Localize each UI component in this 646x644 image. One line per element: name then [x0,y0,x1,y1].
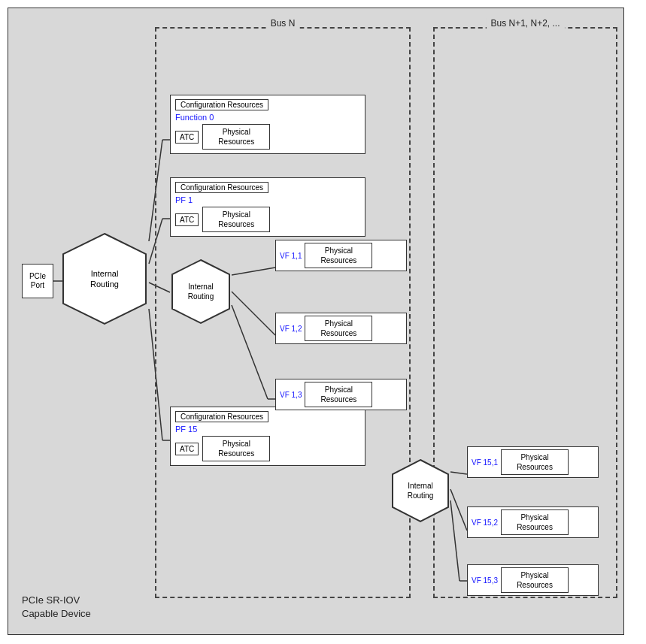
function-0-box: Configuration Resources Function 0 ATC P… [170,95,365,154]
bus-n1-label: Bus N+1, N+2, ... [486,18,564,29]
vf-1-1-label: VF 1,1 [280,252,302,260]
hex-mid-container: Internal Routing [170,258,232,325]
pf1-atc: ATC [175,213,199,226]
pf1-config-label: Configuration Resources [175,182,268,193]
func0-phys: PhysicalResources [202,124,270,150]
pf15-inner: ATC PhysicalResources [175,436,361,461]
pf1-box: Configuration Resources PF 1 ATC Physica… [170,177,365,237]
vf-15-3-label: VF 15,3 [472,576,498,585]
device-label: PCIe SR-IOV Capable Device [22,594,91,621]
vf-1-2-box: VF 1,2 PhysicalResources [275,313,407,344]
vf-15-2-phys: PhysicalResources [501,509,569,535]
pf1-inner: ATC PhysicalResources [175,207,361,232]
vf-1-1-phys: PhysicalResources [305,243,372,268]
vf-15-1-phys: PhysicalResources [501,449,569,475]
vf-15-2-box: VF 15,2 PhysicalResources [467,506,599,538]
pcie-port: PCIePort [22,264,53,298]
func0-label: Function 0 [175,113,365,122]
vf-1-3-box: VF 1,3 PhysicalResources [275,379,407,410]
pf15-box: Configuration Resources PF 15 ATC Physic… [170,407,365,466]
func0-config-label: Configuration Resources [175,99,268,110]
pf15-config-label: Configuration Resources [175,411,268,422]
vf-15-2-label: VF 15,2 [472,519,498,527]
svg-marker-16 [63,234,146,324]
vf-1-3-label: VF 1,3 [280,391,302,399]
vf-1-3-phys: PhysicalResources [305,382,372,407]
hex-mid-svg [170,258,232,325]
vf-15-1-box: VF 15,1 PhysicalResources [467,446,599,478]
pcie-port-label: PCIePort [29,272,46,290]
func0-inner: ATC PhysicalResources [175,124,361,150]
vf-1-2-label: VF 1,2 [280,325,302,333]
vf-1-2-phys: PhysicalResources [305,316,372,341]
vf-1-1-box: VF 1,1 PhysicalResources [275,240,407,271]
bus-n-label: Bus N [266,18,300,29]
pf15-label: PF 15 [175,425,365,434]
svg-marker-18 [393,460,448,522]
hex-large-container: Internal Routing [59,230,150,328]
vf-15-3-phys: PhysicalResources [501,567,569,593]
svg-marker-17 [172,260,229,323]
diagram-wrapper: Bus N Bus N+1, N+2, ... PCIePort Interna… [0,0,646,644]
hex-lower-svg [390,458,450,524]
vf-15-3-box: VF 15,3 PhysicalResources [467,564,599,596]
hex-lower-container: Internal Routing [390,458,450,524]
pf1-label: PF 1 [175,195,365,204]
pf15-atc: ATC [175,443,199,455]
hex-large-svg [59,230,150,328]
func0-atc: ATC [175,131,199,144]
vf-15-1-label: VF 15,1 [472,458,498,467]
pf15-phys: PhysicalResources [202,436,270,461]
pf1-phys: PhysicalResources [202,207,270,232]
main-device: Bus N Bus N+1, N+2, ... PCIePort Interna… [8,8,624,635]
